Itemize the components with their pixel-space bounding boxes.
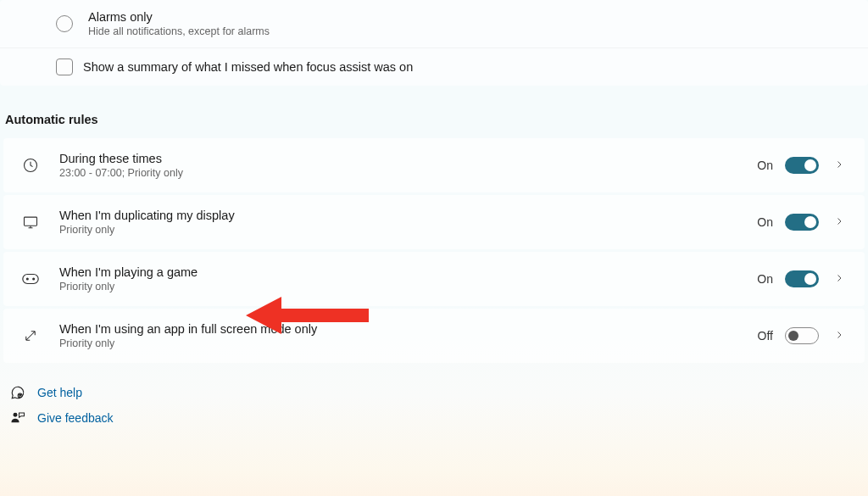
monitor-icon <box>20 212 41 232</box>
rule-during-times[interactable]: During these times 23:00 - 07:00; Priori… <box>3 138 865 192</box>
rule-title: When I'm playing a game <box>59 265 757 279</box>
toggle-state-label: On <box>757 215 773 229</box>
toggle-switch[interactable] <box>785 214 819 231</box>
svg-rect-2 <box>23 275 38 284</box>
chevron-right-icon[interactable] <box>831 158 848 173</box>
svg-point-4 <box>33 278 35 280</box>
checkbox-summary-row[interactable]: Show a summary of what I missed when foc… <box>0 48 868 86</box>
give-feedback-link[interactable]: Give feedback <box>10 410 868 426</box>
gamepad-icon <box>20 269 41 289</box>
svg-rect-1 <box>25 217 37 226</box>
rule-playing-game[interactable]: When I'm playing a game Priority only On <box>3 252 865 306</box>
chevron-right-icon[interactable] <box>831 215 848 230</box>
toggle-state-label: On <box>757 272 773 286</box>
toggle-state-label: Off <box>758 329 773 343</box>
rule-sub: Priority only <box>59 224 757 236</box>
rule-sub: Priority only <box>59 337 758 349</box>
alarms-title: Alarms only <box>88 10 270 24</box>
rule-text: When I'm using an app in full screen mod… <box>59 322 758 349</box>
rule-fullscreen-app[interactable]: When I'm using an app in full screen mod… <box>3 309 865 363</box>
toggle-state-label: On <box>757 159 773 172</box>
chevron-right-icon[interactable] <box>831 328 848 343</box>
expand-icon <box>20 326 41 346</box>
rule-duplicating-display[interactable]: When I'm duplicating my display Priority… <box>3 195 865 249</box>
checkbox-text: Show a summary of what I missed when foc… <box>83 60 413 74</box>
rule-title: When I'm duplicating my display <box>59 209 757 222</box>
svg-point-7 <box>14 413 18 417</box>
radio-alarms-only[interactable]: Alarms only Hide all notifications, exce… <box>0 0 868 48</box>
rule-title: When I'm using an app in full screen mod… <box>59 322 758 336</box>
get-help-link[interactable]: ? Get help <box>10 385 868 400</box>
rule-text: When I'm duplicating my display Priority… <box>59 209 757 236</box>
rule-text: When I'm playing a game Priority only <box>59 265 757 293</box>
radio-text: Alarms only Hide all notifications, exce… <box>88 10 270 37</box>
help-label: Get help <box>37 386 82 399</box>
chevron-right-icon[interactable] <box>831 271 848 287</box>
svg-point-3 <box>26 278 28 280</box>
radio-icon <box>56 15 73 32</box>
feedback-icon <box>10 410 25 426</box>
toggle-switch[interactable] <box>785 327 819 344</box>
toggle-switch[interactable] <box>785 270 819 287</box>
checkbox-icon <box>56 59 73 75</box>
clock-icon <box>20 155 41 176</box>
rule-title: During these times <box>59 152 757 165</box>
rule-sub: Priority only <box>59 281 757 293</box>
svg-text:?: ? <box>19 394 21 398</box>
summary-label: Show a summary of what I missed when foc… <box>83 60 413 74</box>
toggle-switch[interactable] <box>785 157 819 174</box>
rule-text: During these times 23:00 - 07:00; Priori… <box>59 152 757 179</box>
rule-sub: 23:00 - 07:00; Priority only <box>59 167 757 179</box>
alarms-desc: Hide all notifications, except for alarm… <box>88 25 270 37</box>
section-header-automatic-rules: Automatic rules <box>0 86 868 138</box>
help-icon: ? <box>10 385 25 400</box>
feedback-label: Give feedback <box>37 411 114 425</box>
